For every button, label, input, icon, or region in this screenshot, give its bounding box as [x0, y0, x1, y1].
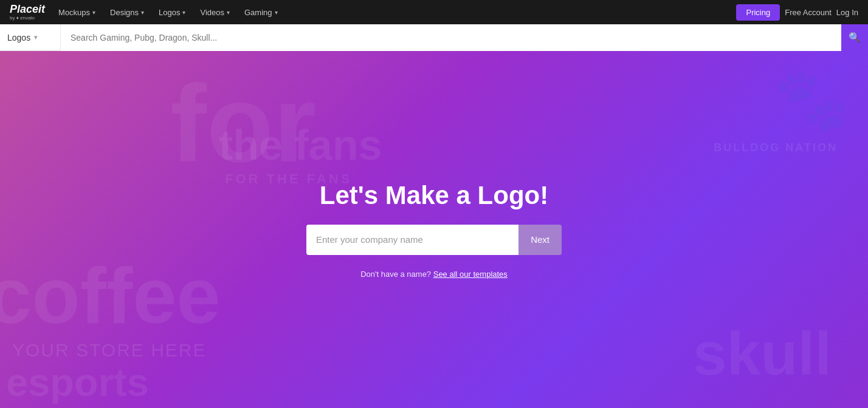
navbar: Placeit by ♦ envato Mockups ▾ Designs ▾ …	[0, 0, 868, 24]
search-category-label: Logos	[7, 33, 30, 42]
chevron-down-icon: ▾	[182, 9, 185, 16]
bg-watermark-store: YOUR STORE HERE	[12, 341, 207, 359]
bg-watermark-center: for	[170, 69, 316, 178]
search-icon: 🔍	[849, 32, 861, 43]
free-account-link[interactable]: Free Account	[785, 8, 832, 17]
hero-title: Let's Make a Logo!	[320, 181, 548, 210]
nav-mockups[interactable]: Mockups ▾	[52, 0, 102, 24]
hero-subtext: Don't have a name? See all our templates	[360, 270, 508, 279]
chevron-down-icon: ▾	[141, 9, 144, 16]
next-button[interactable]: Next	[518, 225, 562, 255]
nav-videos[interactable]: Videos ▾	[194, 0, 236, 24]
nav-gaming[interactable]: Gaming ▾	[238, 0, 284, 24]
search-bar: Logos ▾ 🔍	[0, 24, 868, 51]
chevron-down-icon: ▾	[275, 9, 278, 16]
search-category-selector[interactable]: Logos ▾	[0, 24, 61, 51]
hero-form: Next	[306, 225, 562, 255]
pricing-button[interactable]: Pricing	[736, 4, 780, 21]
hero-content: Let's Make a Logo! Next Don't have a nam…	[306, 181, 562, 279]
logo-sub: by ♦ envato	[10, 15, 45, 21]
logo-name: Placeit	[10, 3, 45, 15]
logo[interactable]: Placeit by ♦ envato	[10, 4, 45, 21]
chevron-down-icon: ▾	[92, 9, 95, 16]
see-all-templates-link[interactable]: See all our templates	[433, 270, 508, 279]
chevron-down-icon: ▾	[34, 33, 38, 41]
nav-designs[interactable]: Designs ▾	[104, 0, 150, 24]
bg-watermark-fans: the fans	[219, 124, 382, 166]
bg-watermark-bottom-left: esports	[6, 362, 149, 402]
search-input[interactable]	[61, 24, 841, 51]
bg-watermark-right-logo: 🐾	[774, 69, 850, 130]
login-link[interactable]: Log In	[836, 8, 858, 17]
search-button[interactable]: 🔍	[841, 24, 868, 51]
navbar-right: Pricing Free Account Log In	[736, 4, 858, 21]
chevron-down-icon: ▾	[227, 9, 230, 16]
bg-watermark-right-sub: BULLDOG NATION	[714, 142, 838, 153]
company-name-input[interactable]	[306, 225, 518, 255]
bg-watermark-coffee: coffee	[0, 256, 221, 335]
bg-watermark-bottom-right: skull	[693, 323, 832, 384]
nav-logos[interactable]: Logos ▾	[153, 0, 191, 24]
hero-section: coffee YOUR STORE HERE for the fans FOR …	[0, 51, 868, 408]
